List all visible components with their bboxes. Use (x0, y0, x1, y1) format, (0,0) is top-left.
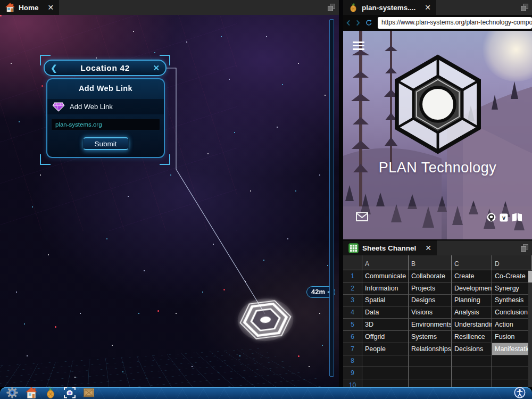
cell-C7[interactable]: Decisions (452, 343, 492, 355)
sheet-scrollbar-thumb[interactable] (528, 271, 532, 282)
browser-content[interactable]: PLAN Technology v (343, 31, 532, 239)
email-icon[interactable] (356, 212, 368, 221)
row-number-6[interactable]: 6 (343, 331, 362, 343)
tab-sheets[interactable]: Sheets Channel ✕ (343, 240, 437, 255)
cell-C5[interactable]: Understanding (452, 319, 492, 331)
cell-B9[interactable] (409, 367, 452, 379)
cell-A4[interactable]: Data (362, 306, 409, 319)
tab-browser-close-icon[interactable]: ✕ (425, 3, 431, 12)
cell-C4[interactable]: Analysis (452, 306, 492, 319)
cell-C2[interactable]: Development (452, 282, 492, 295)
cell-D9[interactable] (492, 367, 532, 379)
svg-text:v: v (502, 214, 506, 221)
cell-D1[interactable]: Co-Create (492, 270, 532, 282)
settings-icon[interactable] (6, 387, 18, 398)
cell-A1[interactable]: Communicate (362, 270, 409, 282)
refresh-button[interactable] (365, 18, 372, 28)
cell-B8[interactable] (409, 355, 452, 368)
cell-B10[interactable] (409, 379, 452, 387)
cell-A2[interactable]: Information (362, 282, 409, 295)
site-title: PLAN Technology (343, 160, 532, 176)
tab-sheets-close-icon[interactable]: ✕ (425, 244, 431, 252)
cell-B5[interactable]: Environments (409, 319, 452, 331)
row-number-4[interactable]: 4 (343, 306, 362, 319)
cell-C6[interactable]: Resilience (452, 331, 492, 343)
restore-window-icon[interactable] (521, 4, 528, 11)
cell-D4[interactable]: Conclusion (492, 306, 532, 319)
tab-home[interactable]: Home ✕ (0, 0, 59, 15)
row-number-9[interactable]: 9 (343, 367, 362, 379)
row-number-5[interactable]: 5 (343, 319, 362, 331)
screenshot-icon[interactable] (64, 387, 76, 398)
vimeo-icon[interactable]: v (500, 213, 508, 222)
cell-B7[interactable]: Relationships (409, 343, 452, 355)
space-scene[interactable]: ❮ Location 42 ✕ Add Web Link (0, 15, 339, 387)
cell-B1[interactable]: Collaborate (409, 270, 452, 282)
sheets-tabstrip: Sheets Channel ✕ (343, 240, 532, 255)
github-icon[interactable] (487, 213, 496, 222)
web-link-url-input[interactable] (51, 119, 160, 130)
row-number-2[interactable]: 2 (343, 282, 362, 295)
sheet-row-5: 53DEnvironmentsUnderstandingAction (343, 319, 532, 331)
cell-D6[interactable]: Fusion (492, 331, 532, 343)
panel-divider (339, 0, 343, 387)
row-number-10[interactable]: 10 (343, 379, 362, 387)
sheets-icon (348, 243, 359, 253)
distance-value: 42m (311, 288, 325, 296)
cell-B2[interactable]: Projects (409, 282, 452, 295)
cell-C3[interactable]: Planning (452, 295, 492, 307)
cell-B4[interactable]: Visions (409, 306, 452, 319)
cell-A3[interactable]: Spatial (362, 295, 409, 307)
cell-C10[interactable] (452, 379, 492, 387)
restore-window-icon[interactable] (328, 4, 335, 11)
cell-D5[interactable]: Action (492, 319, 532, 331)
row-number-8[interactable]: 8 (343, 355, 362, 368)
column-header-B[interactable]: B (409, 255, 452, 270)
column-header-D[interactable]: D (492, 255, 532, 270)
cell-A7[interactable]: People (362, 343, 409, 355)
gem-icon (52, 102, 65, 112)
crate-icon[interactable] (83, 387, 95, 398)
cell-B6[interactable]: Systems (409, 331, 452, 343)
cell-D7[interactable]: Manifestation (492, 343, 532, 355)
cell-D3[interactable]: Synthesis (492, 295, 532, 307)
restore-window-icon[interactable] (521, 244, 528, 252)
cell-D8[interactable] (492, 355, 532, 368)
column-header-A[interactable]: A (362, 255, 409, 270)
row-number-3[interactable]: 3 (343, 295, 362, 307)
sheet-row-7: 7PeopleRelationshipsDecisionsManifestati… (343, 343, 532, 355)
taskbar (0, 387, 532, 399)
sheet-corner-cell[interactable] (343, 255, 362, 270)
row-number-7[interactable]: 7 (343, 343, 362, 355)
forward-button[interactable] (355, 17, 361, 29)
tab-home-close-icon[interactable]: ✕ (48, 3, 54, 12)
cell-C8[interactable] (452, 355, 492, 368)
home-icon[interactable] (26, 387, 37, 398)
dialog-close-icon[interactable]: ✕ (153, 63, 160, 73)
sheet-scrollbar[interactable] (528, 270, 532, 387)
cell-A8[interactable] (362, 355, 409, 368)
cell-A10[interactable] (362, 379, 409, 387)
submit-button[interactable]: Submit (83, 137, 129, 150)
cell-D10[interactable] (492, 379, 532, 387)
cell-B3[interactable]: Designs (409, 295, 452, 307)
cell-A5[interactable]: 3D (362, 319, 409, 331)
column-header-C[interactable]: C (452, 255, 492, 270)
web-link-row[interactable]: Add Web Link (47, 99, 164, 114)
cell-C1[interactable]: Create (452, 270, 492, 282)
accessibility-icon[interactable] (514, 387, 526, 398)
row-number-1[interactable]: 1 (343, 270, 362, 282)
hexagon-platform[interactable] (234, 290, 297, 349)
cell-C9[interactable] (452, 367, 492, 379)
url-bar[interactable]: https://www.plan-systems.org/plan-techno… (378, 17, 532, 29)
cell-A9[interactable] (362, 367, 409, 379)
pineapple-icon[interactable] (45, 387, 56, 398)
back-button[interactable] (346, 17, 352, 29)
book-icon[interactable] (512, 213, 522, 222)
tab-browser[interactable]: plan-systems.... ✕ (343, 0, 436, 15)
scene-scrollbar[interactable] (329, 19, 334, 377)
cell-D2[interactable]: Synergy (492, 282, 532, 295)
menu-icon[interactable] (353, 41, 364, 52)
back-chevron-icon[interactable]: ❮ (51, 63, 57, 73)
cell-A6[interactable]: Offgrid (362, 331, 409, 343)
